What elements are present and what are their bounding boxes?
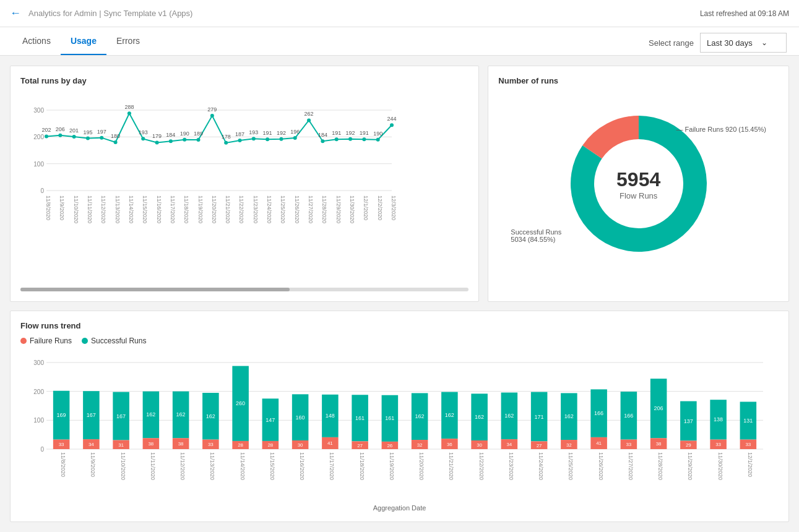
svg-text:33: 33 xyxy=(715,442,721,447)
svg-text:41: 41 xyxy=(596,440,602,446)
svg-text:32: 32 xyxy=(566,442,572,448)
svg-text:178: 178 xyxy=(222,134,231,140)
svg-point-17 xyxy=(86,137,90,140)
svg-text:162: 162 xyxy=(146,411,155,418)
svg-text:11/26/2020: 11/26/2020 xyxy=(598,452,604,480)
svg-text:38: 38 xyxy=(148,441,153,447)
svg-point-32 xyxy=(155,140,159,144)
svg-text:31: 31 xyxy=(118,442,124,448)
svg-text:167: 167 xyxy=(116,413,126,419)
svg-text:11/9/2020: 11/9/2020 xyxy=(59,195,65,220)
svg-point-83 xyxy=(390,123,394,127)
svg-text:11/28/2020: 11/28/2020 xyxy=(321,195,327,223)
svg-text:11/8/2020: 11/8/2020 xyxy=(45,195,51,220)
svg-text:179: 179 xyxy=(152,133,162,139)
svg-text:162: 162 xyxy=(564,413,574,419)
svg-text:11/27/2020: 11/27/2020 xyxy=(308,195,314,223)
svg-text:166: 166 xyxy=(624,413,633,419)
svg-text:202: 202 xyxy=(41,127,51,133)
chevron-down-icon: ⌄ xyxy=(761,38,767,47)
svg-point-62 xyxy=(293,136,297,140)
svg-text:162: 162 xyxy=(475,414,484,420)
svg-text:162: 162 xyxy=(206,413,215,419)
tab-actions[interactable]: Actions xyxy=(12,27,61,55)
donut-label-failure: — Failure Runs 920 (15.45%) xyxy=(676,126,766,133)
svg-point-77 xyxy=(362,137,366,141)
svg-text:162: 162 xyxy=(504,413,514,419)
bar-chart-title: Flow runs trend xyxy=(20,321,779,330)
line-chart-scrollbar[interactable] xyxy=(20,288,469,291)
legend-success-dot xyxy=(82,338,88,344)
svg-point-68 xyxy=(321,139,324,143)
svg-text:190: 190 xyxy=(373,131,382,137)
svg-text:12/1/2020: 12/1/2020 xyxy=(747,452,753,477)
svg-point-8 xyxy=(45,134,48,138)
svg-text:12/3/2020: 12/3/2020 xyxy=(391,195,397,220)
svg-text:206: 206 xyxy=(654,405,663,411)
svg-text:11/15/2020: 11/15/2020 xyxy=(269,452,275,480)
svg-text:12/2/2020: 12/2/2020 xyxy=(377,195,383,220)
svg-text:11/19/2020: 11/19/2020 xyxy=(197,195,204,223)
legend-success-label: Successful Runs xyxy=(91,337,146,345)
top-charts-row: Total runs by day 010020030020211/8/2020… xyxy=(10,66,789,302)
svg-text:11/23/2020: 11/23/2020 xyxy=(508,452,514,480)
bar-chart-area: 01002003001693311/8/20201673411/9/202016… xyxy=(20,350,779,512)
svg-text:11/17/2020: 11/17/2020 xyxy=(170,195,176,223)
svg-text:32: 32 xyxy=(417,442,423,448)
svg-text:300: 300 xyxy=(33,359,44,366)
svg-point-29 xyxy=(141,137,145,140)
bar-chart-card: Flow runs trend Failure Runs Successful … xyxy=(10,311,789,522)
svg-text:30: 30 xyxy=(477,442,482,448)
svg-text:33: 33 xyxy=(208,442,214,447)
svg-text:36: 36 xyxy=(447,442,452,447)
tab-usage[interactable]: Usage xyxy=(61,27,106,55)
range-label: Select range xyxy=(649,38,694,48)
svg-text:11/13/2020: 11/13/2020 xyxy=(209,452,215,480)
svg-text:100: 100 xyxy=(33,417,44,424)
svg-text:11/9/2020: 11/9/2020 xyxy=(90,452,96,477)
back-button[interactable]: ← xyxy=(10,7,21,20)
svg-text:33: 33 xyxy=(745,442,751,447)
svg-text:160: 160 xyxy=(296,414,305,421)
svg-point-44 xyxy=(210,114,214,118)
svg-text:180: 180 xyxy=(111,133,120,139)
svg-text:200: 200 xyxy=(33,388,44,395)
svg-text:169: 169 xyxy=(57,412,66,418)
svg-text:260: 260 xyxy=(236,400,245,406)
svg-text:171: 171 xyxy=(535,414,544,420)
donut-chart-card: Number of runs 5954 Flow Runs — Failure … xyxy=(488,66,789,302)
svg-text:11/12/2020: 11/12/2020 xyxy=(179,452,186,480)
svg-point-65 xyxy=(307,118,311,122)
svg-text:161: 161 xyxy=(355,415,365,421)
line-chart-scrollbar-thumb[interactable] xyxy=(20,288,290,291)
svg-text:300: 300 xyxy=(33,107,44,114)
svg-text:196: 196 xyxy=(290,129,300,135)
svg-point-14 xyxy=(72,135,76,139)
svg-text:187: 187 xyxy=(235,131,244,137)
bar-chart-svg: 01002003001693311/8/20201673411/9/202016… xyxy=(20,350,775,499)
svg-text:11/30/2020: 11/30/2020 xyxy=(717,452,723,480)
svg-text:41: 41 xyxy=(327,440,333,446)
svg-text:162: 162 xyxy=(445,412,454,418)
svg-text:12/1/2020: 12/1/2020 xyxy=(363,195,369,220)
svg-text:11/21/2020: 11/21/2020 xyxy=(225,195,231,223)
svg-text:38: 38 xyxy=(656,441,662,447)
donut-label-success: Successful Runs5034 (84.55%) xyxy=(511,228,561,243)
range-dropdown[interactable]: Last 30 days ⌄ xyxy=(700,33,787,53)
svg-text:11/19/2020: 11/19/2020 xyxy=(389,452,395,480)
bar-chart-legend: Failure Runs Successful Runs xyxy=(20,337,779,345)
svg-text:34: 34 xyxy=(506,442,512,447)
svg-text:192: 192 xyxy=(346,130,355,136)
svg-text:166: 166 xyxy=(594,410,603,416)
svg-text:193: 193 xyxy=(139,129,148,135)
donut-center: 5954 Flow Runs xyxy=(616,168,660,200)
svg-text:11/24/2020: 11/24/2020 xyxy=(266,195,272,223)
svg-text:26: 26 xyxy=(387,443,392,448)
svg-text:244: 244 xyxy=(387,116,396,122)
svg-point-35 xyxy=(169,139,173,143)
tab-errors[interactable]: Errors xyxy=(106,27,150,55)
svg-point-47 xyxy=(224,141,228,145)
svg-text:11/20/2020: 11/20/2020 xyxy=(418,452,425,480)
svg-text:131: 131 xyxy=(743,418,753,424)
svg-text:100: 100 xyxy=(33,161,44,168)
